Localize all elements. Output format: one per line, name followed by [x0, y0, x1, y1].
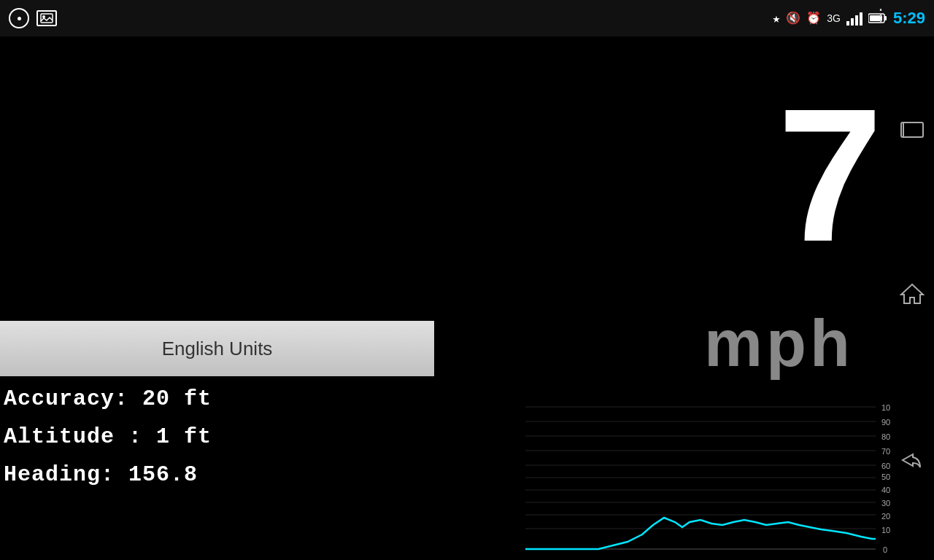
menu-dots-label: ⋮: [873, 7, 889, 26]
speed-unit-label: mph: [704, 306, 854, 381]
svg-rect-5: [901, 122, 923, 137]
chart-label-100: 100: [881, 403, 890, 412]
nav-buttons: [890, 36, 934, 560]
chart-label-20: 20: [881, 512, 890, 521]
gallery-icon: [36, 10, 57, 26]
chart-label-90: 90: [881, 418, 890, 427]
english-units-label: English Units: [162, 338, 273, 360]
info-panel: Accuracy: 20 ft Altitude : 1 ft Heading:…: [4, 386, 212, 500]
gps-icon: [9, 8, 29, 28]
gallery-svg: [40, 13, 53, 23]
chart-label-0: 0: [883, 545, 887, 554]
status-time: 5:29: [893, 9, 925, 28]
english-units-button[interactable]: English Units: [0, 321, 434, 376]
menu-dots-button[interactable]: ⋮: [873, 6, 889, 26]
signal-label: 3G: [827, 12, 841, 24]
chart-label-50: 50: [881, 472, 890, 481]
status-right-icons: ★ 🔇 ⏰ 3G 5:29: [772, 9, 925, 28]
bar1: [846, 21, 849, 26]
chart-label-60: 60: [881, 462, 890, 470]
chart-svg: 100 90 80 70 60 50 40 30 20 10 0: [525, 400, 890, 560]
recent-apps-icon: [900, 122, 924, 138]
signal-bars: [846, 11, 862, 26]
main-content: 7 mph English Units Accuracy: 20 ft Alti…: [0, 36, 890, 560]
speed-polyline: [525, 518, 876, 549]
status-left-icons: [9, 8, 57, 28]
accuracy-info: Accuracy: 20 ft: [4, 386, 212, 411]
chart-label-70: 70: [881, 447, 890, 456]
chart-label-40: 40: [881, 486, 890, 494]
svg-marker-7: [901, 284, 923, 303]
altitude-info: Altitude : 1 ft: [4, 424, 212, 449]
gps-dot: [18, 17, 21, 20]
bar4: [860, 12, 862, 26]
chart-label-30: 30: [881, 499, 890, 508]
mute-icon: 🔇: [786, 11, 800, 26]
back-button[interactable]: [898, 450, 926, 476]
chart-label-80: 80: [881, 432, 890, 441]
heading-info: Heading: 156.8: [4, 462, 212, 487]
bar3: [855, 15, 858, 26]
speed-chart: 100 90 80 70 60 50 40 30 20 10 0: [525, 400, 890, 560]
alarm-icon: ⏰: [806, 11, 821, 26]
bar2: [851, 18, 854, 26]
speed-display: 7: [777, 80, 876, 270]
bluetooth-icon: ★: [772, 10, 780, 26]
home-icon: [900, 283, 925, 305]
chart-label-10: 10: [881, 526, 890, 534]
back-icon: [898, 450, 926, 470]
home-button[interactable]: [900, 283, 925, 311]
recent-apps-button[interactable]: [900, 121, 924, 144]
status-bar: ★ 🔇 ⏰ 3G 5:29: [0, 0, 934, 36]
